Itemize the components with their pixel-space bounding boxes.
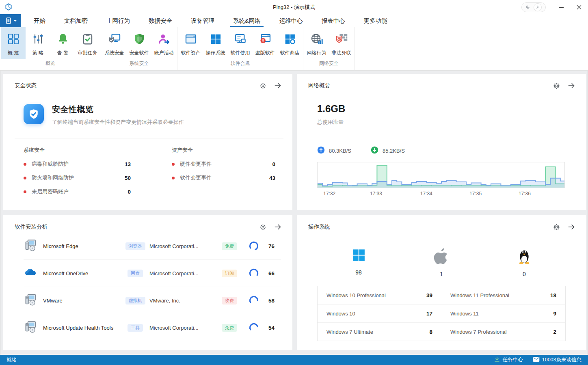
price-badge: 订阅 (222, 270, 237, 277)
software-name: Microsoft OneDrive (41, 270, 121, 276)
category-badge: 工具 (128, 324, 143, 332)
unread-messages-label: 10003条未读信息 (542, 356, 582, 363)
os-version-count: 8 (429, 329, 432, 335)
security-column-资产安全: 资产安全硬件变更事件0软件变更事件43 (148, 143, 292, 199)
theme-toggle[interactable] (521, 2, 546, 12)
security-shield-icon (24, 104, 44, 124)
ribbon-group-网络安全: 网络行为非法外联网络安全 (303, 27, 355, 70)
panel-software-analysis: 软件安装分析 Microsoft Edge浏览器Microsoft Corpor… (3, 215, 292, 350)
ribbon-item-账户活动[interactable]: 账户活动 (151, 27, 176, 59)
ribbon-item-软件资产[interactable]: 软件资产 (178, 27, 203, 59)
window-title: Ping32 - 演示模式 (0, 4, 588, 11)
ribbon-item-label: 策 略 (32, 50, 43, 56)
settings-icon[interactable] (553, 82, 560, 90)
open-arrow-icon[interactable] (274, 223, 282, 231)
panel-title: 安全状态 (15, 82, 37, 89)
settings-icon[interactable] (259, 82, 267, 90)
software-vendor: Microsoft Corporati... (149, 270, 218, 276)
software-row-VMware[interactable]: VMware虚拟机VMware, Inc.收费58 (24, 287, 281, 314)
security-metric-row: 未启用密码账户0 (24, 185, 131, 199)
ribbon-item-告警[interactable]: 告 警 (50, 27, 75, 59)
tab-运维中心[interactable]: 运维中心 (270, 14, 312, 27)
software-price: 免费 (218, 242, 241, 250)
software-price: 免费 (218, 324, 241, 332)
app-window: Ping32 - 演示模式 开始文档加密上网行为数据安全设备管理系统&网络运维中… (0, 0, 588, 365)
ribbon-items: 软件资产操作系统软件使用盗版软件软件商店 (177, 27, 303, 59)
software-count: 58 (266, 298, 281, 304)
tab-数据安全[interactable]: 数据安全 (139, 14, 182, 27)
ribbon-item-安全软件[interactable]: 安全软件 (127, 27, 151, 59)
tab-文档加密[interactable]: 文档加密 (55, 14, 97, 27)
moon-icon[interactable] (525, 4, 530, 11)
software-row-Microsoft-OneDrive[interactable]: Microsoft OneDrive网盘Microsoft Corporati.… (24, 260, 281, 287)
installer-icon (24, 320, 41, 335)
upload-speed: 80.3KB/S (317, 146, 351, 155)
software-name: Microsoft Edge (41, 243, 121, 249)
upload-arrow-icon (317, 146, 325, 155)
security-metric-value: 0 (272, 161, 275, 167)
tab-更多功能[interactable]: 更多功能 (355, 14, 397, 27)
software-row-Microsoft-Edge[interactable]: Microsoft Edge浏览器Microsoft Corporati...免… (24, 233, 281, 260)
software-category: 浏览器 (121, 242, 149, 250)
os-platform-counts: 9810 (317, 247, 566, 277)
settings-icon[interactable] (259, 223, 267, 231)
ribbon-item-label: 告 警 (57, 50, 68, 56)
windows-os-icon (351, 247, 366, 264)
unread-messages-button[interactable]: 10003条未读信息 (533, 356, 582, 363)
security-overview-title: 安全性概览 (52, 104, 184, 115)
os-table-cell: Windows 7 Ultimate8 (318, 323, 441, 341)
x-tick-label: 17:36 (519, 191, 531, 197)
open-arrow-icon[interactable] (567, 82, 575, 90)
download-tray-icon (494, 356, 500, 364)
ribbon-item-网络行为[interactable]: 网络行为 (304, 27, 329, 59)
progress-ring-icon (241, 323, 266, 333)
ribbon-item-审批任务[interactable]: 审批任务 (75, 27, 100, 59)
software-row-Microsoft-Update-Health-Tools[interactable]: Microsoft Update Health Tools工具Microsoft… (24, 314, 281, 341)
close-button[interactable] (570, 0, 588, 14)
security-metric-label: 硬件变更事件 (180, 160, 212, 168)
ribbon-item-label: 审批任务 (78, 50, 97, 56)
settings-icon[interactable] (553, 223, 560, 231)
category-badge: 网盘 (128, 270, 143, 277)
software-count: 76 (266, 243, 281, 249)
os-version-label: Windows 10 Professional (326, 292, 386, 298)
security-column-heading: 资产安全 (172, 147, 275, 154)
sliders-icon (32, 31, 45, 47)
tab-开始[interactable]: 开始 (24, 14, 55, 27)
upload-speed-value: 80.3KB/S (329, 148, 351, 154)
x-tick-label: 17:32 (323, 191, 335, 197)
open-arrow-icon[interactable] (274, 82, 282, 90)
os-table-cell: Windows 7 Professional2 (441, 323, 565, 341)
tab-系统&网络[interactable]: 系统&网络 (224, 14, 270, 27)
minimize-button[interactable] (552, 0, 570, 14)
task-center-label: 任务中心 (503, 356, 523, 363)
ribbon-item-label: 操作系统 (206, 50, 225, 56)
ribbon-item-软件使用[interactable]: 软件使用 (228, 27, 253, 59)
security-metric-row: 病毒和威胁防护13 (24, 157, 131, 171)
open-arrow-icon[interactable] (567, 223, 575, 231)
tab-设备管理[interactable]: 设备管理 (182, 14, 224, 27)
chart-x-axis: 17:3217:3317:3417:3517:36 (317, 191, 566, 197)
ribbon-item-软件商店[interactable]: 软件商店 (277, 27, 302, 59)
sun-icon[interactable] (534, 3, 542, 11)
installer-icon (24, 293, 41, 308)
red-dot-icon (172, 163, 175, 166)
ribbon-item-概览[interactable]: 概 览 (1, 27, 26, 59)
ribbon-item-盗版软件[interactable]: 盗版软件 (253, 27, 277, 59)
os-version-label: Windows 11 (450, 311, 479, 317)
tab-上网行为[interactable]: 上网行为 (97, 14, 139, 27)
ribbon-items: 系统安全安全软件账户活动 (101, 27, 177, 59)
ribbon-item-系统安全[interactable]: 系统安全 (102, 27, 127, 59)
file-menu-button[interactable] (0, 14, 21, 27)
price-badge: 免费 (222, 242, 237, 250)
ribbon-item-操作系统[interactable]: 操作系统 (203, 27, 228, 59)
ribbon-item-策略[interactable]: 策 略 (26, 27, 50, 59)
security-column-heading: 系统安全 (24, 147, 131, 154)
tab-报表中心[interactable]: 报表中心 (312, 14, 355, 27)
ribbon: 概 览策 略告 警审批任务概览系统安全安全软件账户活动系统安全软件资产操作系统软… (0, 27, 588, 71)
ribbon-item-非法外联[interactable]: 非法外联 (329, 27, 354, 59)
clipboard-check-icon (81, 31, 94, 47)
monitor-app-icon (234, 31, 247, 47)
os-platform-count: 0 (523, 271, 526, 277)
task-center-button[interactable]: 任务中心 (494, 356, 523, 364)
